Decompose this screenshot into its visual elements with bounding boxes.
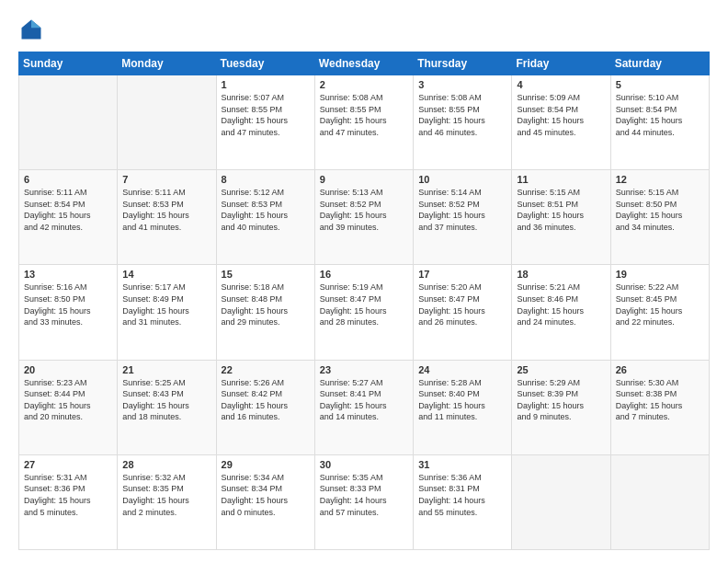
cell-content: Sunrise: 5:08 AM Sunset: 8:55 PM Dayligh… (418, 92, 506, 138)
day-number: 22 (222, 364, 310, 375)
calendar-week-row: 13Sunrise: 5:16 AM Sunset: 8:50 PM Dayli… (19, 265, 710, 360)
calendar-cell (610, 454, 709, 549)
calendar-cell: 1Sunrise: 5:07 AM Sunset: 8:55 PM Daylig… (216, 75, 314, 170)
cell-content: Sunrise: 5:34 AM Sunset: 8:34 PM Dayligh… (222, 472, 310, 518)
day-number: 8 (222, 174, 310, 185)
calendar-cell: 2Sunrise: 5:08 AM Sunset: 8:55 PM Daylig… (314, 75, 413, 170)
calendar-cell: 21Sunrise: 5:25 AM Sunset: 8:43 PM Dayli… (118, 360, 216, 454)
calendar-cell: 28Sunrise: 5:32 AM Sunset: 8:35 PM Dayli… (118, 454, 216, 549)
cell-content: Sunrise: 5:11 AM Sunset: 8:54 PM Dayligh… (24, 187, 112, 233)
cell-content: Sunrise: 5:16 AM Sunset: 8:50 PM Dayligh… (24, 282, 112, 327)
calendar-week-row: 6Sunrise: 5:11 AM Sunset: 8:54 PM Daylig… (19, 170, 710, 265)
calendar-cell: 30Sunrise: 5:35 AM Sunset: 8:33 PM Dayli… (314, 454, 413, 549)
calendar-cell: 3Sunrise: 5:08 AM Sunset: 8:55 PM Daylig… (414, 75, 512, 170)
calendar-cell: 22Sunrise: 5:26 AM Sunset: 8:42 PM Dayli… (216, 360, 314, 454)
calendar-day-header: Friday (512, 52, 610, 75)
day-number: 4 (517, 79, 605, 90)
calendar-day-header: Sunday (19, 52, 118, 75)
calendar-cell: 26Sunrise: 5:30 AM Sunset: 8:38 PM Dayli… (610, 360, 709, 454)
calendar-cell: 24Sunrise: 5:28 AM Sunset: 8:40 PM Dayli… (414, 360, 512, 454)
header (18, 17, 710, 42)
day-number: 25 (517, 364, 605, 375)
calendar-cell: 8Sunrise: 5:12 AM Sunset: 8:53 PM Daylig… (216, 170, 314, 265)
logo (18, 17, 50, 42)
calendar-cell: 11Sunrise: 5:15 AM Sunset: 8:51 PM Dayli… (512, 170, 610, 265)
calendar-cell: 29Sunrise: 5:34 AM Sunset: 8:34 PM Dayli… (216, 454, 314, 549)
calendar-week-row: 20Sunrise: 5:23 AM Sunset: 8:44 PM Dayli… (19, 360, 710, 454)
calendar-cell: 17Sunrise: 5:20 AM Sunset: 8:47 PM Dayli… (414, 265, 512, 360)
calendar-day-header: Tuesday (216, 52, 314, 75)
cell-content: Sunrise: 5:19 AM Sunset: 8:47 PM Dayligh… (320, 282, 408, 327)
cell-content: Sunrise: 5:26 AM Sunset: 8:42 PM Dayligh… (222, 377, 310, 423)
calendar-cell: 25Sunrise: 5:29 AM Sunset: 8:39 PM Dayli… (512, 360, 610, 454)
cell-content: Sunrise: 5:12 AM Sunset: 8:53 PM Dayligh… (222, 187, 310, 233)
logo-icon (18, 17, 44, 42)
day-number: 24 (418, 364, 506, 375)
cell-content: Sunrise: 5:18 AM Sunset: 8:48 PM Dayligh… (222, 282, 310, 327)
calendar-day-header: Wednesday (314, 52, 413, 75)
cell-content: Sunrise: 5:09 AM Sunset: 8:54 PM Dayligh… (517, 92, 605, 138)
day-number: 9 (320, 174, 408, 185)
calendar-cell: 13Sunrise: 5:16 AM Sunset: 8:50 PM Dayli… (19, 265, 118, 360)
cell-content: Sunrise: 5:30 AM Sunset: 8:38 PM Dayligh… (616, 377, 704, 423)
cell-content: Sunrise: 5:20 AM Sunset: 8:47 PM Dayligh… (418, 282, 506, 327)
svg-marker-1 (31, 20, 41, 29)
calendar-day-header: Saturday (610, 52, 709, 75)
cell-content: Sunrise: 5:27 AM Sunset: 8:41 PM Dayligh… (320, 377, 408, 423)
page: SundayMondayTuesdayWednesdayThursdayFrid… (0, 0, 728, 563)
calendar-cell: 27Sunrise: 5:31 AM Sunset: 8:36 PM Dayli… (19, 454, 118, 549)
calendar-cell (19, 75, 118, 170)
calendar-cell (118, 75, 216, 170)
day-number: 29 (222, 459, 310, 470)
calendar-cell: 19Sunrise: 5:22 AM Sunset: 8:45 PM Dayli… (610, 265, 709, 360)
cell-content: Sunrise: 5:15 AM Sunset: 8:51 PM Dayligh… (517, 187, 605, 233)
cell-content: Sunrise: 5:32 AM Sunset: 8:35 PM Dayligh… (122, 472, 210, 518)
day-number: 13 (24, 269, 112, 280)
cell-content: Sunrise: 5:08 AM Sunset: 8:55 PM Dayligh… (320, 92, 408, 138)
day-number: 15 (222, 269, 310, 280)
calendar-cell: 18Sunrise: 5:21 AM Sunset: 8:46 PM Dayli… (512, 265, 610, 360)
day-number: 31 (418, 459, 506, 470)
calendar-cell: 16Sunrise: 5:19 AM Sunset: 8:47 PM Dayli… (314, 265, 413, 360)
day-number: 12 (616, 174, 704, 185)
day-number: 17 (418, 269, 506, 280)
day-number: 21 (122, 364, 210, 375)
day-number: 3 (418, 79, 506, 90)
cell-content: Sunrise: 5:22 AM Sunset: 8:45 PM Dayligh… (616, 282, 704, 327)
cell-content: Sunrise: 5:35 AM Sunset: 8:33 PM Dayligh… (320, 472, 408, 518)
cell-content: Sunrise: 5:23 AM Sunset: 8:44 PM Dayligh… (24, 377, 112, 423)
calendar-day-header: Monday (118, 52, 216, 75)
calendar-cell: 7Sunrise: 5:11 AM Sunset: 8:53 PM Daylig… (118, 170, 216, 265)
calendar-week-row: 27Sunrise: 5:31 AM Sunset: 8:36 PM Dayli… (19, 454, 710, 549)
day-number: 14 (122, 269, 210, 280)
cell-content: Sunrise: 5:13 AM Sunset: 8:52 PM Dayligh… (320, 187, 408, 233)
day-number: 2 (320, 79, 408, 90)
calendar-table: SundayMondayTuesdayWednesdayThursdayFrid… (18, 52, 710, 550)
day-number: 11 (517, 174, 605, 185)
calendar-cell: 20Sunrise: 5:23 AM Sunset: 8:44 PM Dayli… (19, 360, 118, 454)
day-number: 23 (320, 364, 408, 375)
cell-content: Sunrise: 5:15 AM Sunset: 8:50 PM Dayligh… (616, 187, 704, 233)
calendar-week-row: 1Sunrise: 5:07 AM Sunset: 8:55 PM Daylig… (19, 75, 710, 170)
day-number: 18 (517, 269, 605, 280)
cell-content: Sunrise: 5:21 AM Sunset: 8:46 PM Dayligh… (517, 282, 605, 327)
day-number: 16 (320, 269, 408, 280)
calendar-cell: 31Sunrise: 5:36 AM Sunset: 8:31 PM Dayli… (414, 454, 512, 549)
cell-content: Sunrise: 5:10 AM Sunset: 8:54 PM Dayligh… (616, 92, 704, 138)
day-number: 28 (122, 459, 210, 470)
calendar-cell: 5Sunrise: 5:10 AM Sunset: 8:54 PM Daylig… (610, 75, 709, 170)
cell-content: Sunrise: 5:36 AM Sunset: 8:31 PM Dayligh… (418, 472, 506, 518)
cell-content: Sunrise: 5:31 AM Sunset: 8:36 PM Dayligh… (24, 472, 112, 518)
cell-content: Sunrise: 5:17 AM Sunset: 8:49 PM Dayligh… (122, 282, 210, 327)
calendar-cell: 10Sunrise: 5:14 AM Sunset: 8:52 PM Dayli… (414, 170, 512, 265)
calendar-cell: 14Sunrise: 5:17 AM Sunset: 8:49 PM Dayli… (118, 265, 216, 360)
cell-content: Sunrise: 5:29 AM Sunset: 8:39 PM Dayligh… (517, 377, 605, 423)
cell-content: Sunrise: 5:28 AM Sunset: 8:40 PM Dayligh… (418, 377, 506, 423)
calendar-cell: 15Sunrise: 5:18 AM Sunset: 8:48 PM Dayli… (216, 265, 314, 360)
day-number: 26 (616, 364, 704, 375)
calendar-cell: 9Sunrise: 5:13 AM Sunset: 8:52 PM Daylig… (314, 170, 413, 265)
day-number: 19 (616, 269, 704, 280)
cell-content: Sunrise: 5:07 AM Sunset: 8:55 PM Dayligh… (222, 92, 310, 138)
calendar-cell: 12Sunrise: 5:15 AM Sunset: 8:50 PM Dayli… (610, 170, 709, 265)
day-number: 20 (24, 364, 112, 375)
